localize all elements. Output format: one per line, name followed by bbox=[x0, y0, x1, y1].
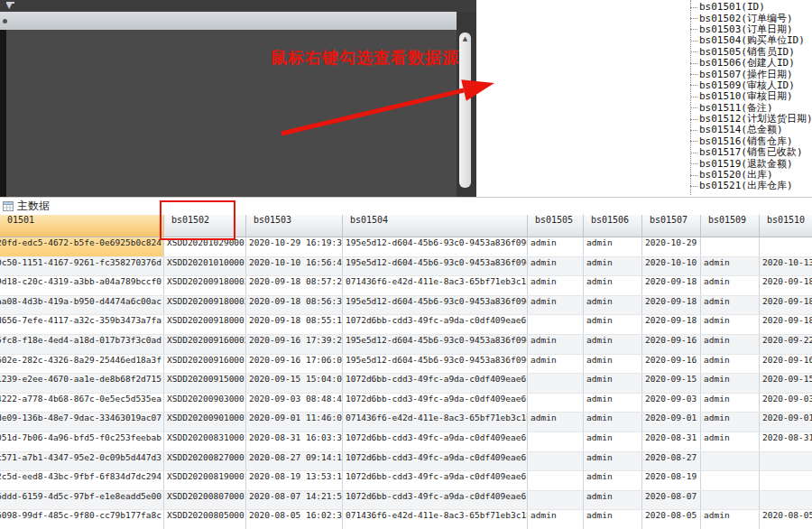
cell[interactable]: admin bbox=[584, 237, 642, 256]
cell[interactable]: admin bbox=[528, 335, 584, 354]
cell[interactable]: 2020-09-01 11:46:03 bbox=[246, 413, 343, 432]
cell[interactable]: 2020-10-29 bbox=[642, 237, 701, 256]
cell[interactable]: XSDD202009010001 bbox=[164, 413, 246, 432]
field-item[interactable]: bs01507(操作日期) bbox=[690, 69, 812, 79]
cell[interactable]: e6d656-7efe-4117-a32c-359b3473a7fa bbox=[0, 315, 164, 334]
cell[interactable] bbox=[528, 394, 584, 413]
cell[interactable]: admin bbox=[701, 257, 760, 276]
cell[interactable]: admin bbox=[584, 471, 642, 490]
cell[interactable]: 1072d6bb-cdd3-49fc-a9da-c0df409eae61 bbox=[343, 452, 528, 471]
cell[interactable]: XSDD202009160002 bbox=[164, 335, 246, 354]
cell[interactable]: XSDD202009180003 bbox=[164, 276, 246, 295]
table-row[interactable]: f3051d-7b06-4a96-bfd5-f0c253feebabXSDD20… bbox=[0, 432, 812, 452]
cell[interactable]: 2020-09-16 bbox=[642, 355, 701, 374]
field-item[interactable]: bs01503(订单日期) bbox=[690, 24, 812, 35]
cell[interactable]: admin bbox=[701, 315, 760, 334]
field-item[interactable]: bs01501(ID) bbox=[690, 2, 812, 13]
cell[interactable] bbox=[528, 471, 584, 490]
cell[interactable]: 195e5d12-d604-45b6-93c0-9453a836f096 bbox=[343, 355, 528, 374]
cell[interactable]: 2020-09-01 bbox=[760, 413, 812, 432]
table-row[interactable]: 61602e-282c-4326-8a29-25446ed18a3fXSDD20… bbox=[0, 355, 812, 375]
cell[interactable]: XSDD202009160001 bbox=[164, 355, 246, 374]
cell[interactable]: admin bbox=[701, 432, 760, 451]
cell[interactable]: admin bbox=[701, 335, 760, 354]
table-row[interactable]: 7c6098-99df-485c-9f80-cc79b177fa8cXSDD20… bbox=[0, 510, 812, 529]
table-row[interactable]: a8de09-136b-48e7-9dac-33463019ac07XSDD20… bbox=[0, 413, 812, 432]
cell[interactable]: 2020-09-18 08:57:29 bbox=[246, 276, 343, 295]
cell[interactable]: 2020-09-15 15:04:00 bbox=[246, 374, 343, 393]
cell[interactable]: admin bbox=[584, 374, 642, 393]
vertical-scrollbar[interactable]: ▲ bbox=[457, 12, 476, 197]
cell[interactable]: 2020-09-16 17:39:21 bbox=[246, 335, 343, 354]
cell[interactable]: admin bbox=[584, 413, 642, 432]
cell[interactable]: 2020-09-22 bbox=[760, 335, 812, 354]
cell[interactable]: admin bbox=[528, 237, 584, 256]
cell[interactable]: 2020-09-18 08:56:38 bbox=[246, 296, 343, 315]
column-header[interactable]: bs01503 bbox=[246, 215, 343, 237]
cell[interactable]: admin bbox=[701, 394, 760, 413]
field-item[interactable]: bs01506(创建人ID) bbox=[690, 58, 812, 69]
preview-tab-label[interactable]: 主数据 bbox=[17, 199, 50, 214]
column-header[interactable]: bs01506 bbox=[584, 215, 642, 237]
cell[interactable]: 195e5d12-d604-45b6-93c0-9453a836f096 bbox=[343, 237, 528, 256]
cell[interactable]: 2020-08-05 bbox=[760, 510, 812, 529]
cell[interactable]: XSDD202009030001 bbox=[164, 394, 246, 413]
cell[interactable]: admin bbox=[701, 374, 760, 393]
cell[interactable] bbox=[760, 452, 812, 471]
cell[interactable]: XSDD202008190001 bbox=[164, 471, 246, 490]
cell[interactable]: admin bbox=[584, 394, 642, 413]
cell[interactable]: 2020-09-18 bbox=[760, 296, 812, 315]
cell[interactable] bbox=[528, 452, 584, 471]
table-row[interactable]: fb0c50-1151-4167-9261-fc358270376dXSDD20… bbox=[0, 257, 812, 277]
cell[interactable]: fb0c50-1151-4167-9261-fc358270376d bbox=[0, 257, 164, 276]
cell[interactable]: 195e5d12-d604-45b6-93c0-9453a836f096 bbox=[343, 335, 528, 354]
cell[interactable] bbox=[701, 237, 760, 256]
cell[interactable]: 2020-08-05 16:02:31 bbox=[246, 510, 343, 529]
cell[interactable]: XSDD202009180001 bbox=[164, 315, 246, 334]
column-header[interactable]: bs01505 bbox=[528, 215, 584, 237]
cell[interactable]: 1072d6bb-cdd3-49fc-a9da-c0df409eae61 bbox=[343, 394, 528, 413]
field-item[interactable]: bs01516(销售仓库) bbox=[690, 136, 812, 147]
cell[interactable]: 2020-08-05 bbox=[642, 510, 701, 529]
cell[interactable]: 2020-08-31 bbox=[760, 432, 812, 451]
cell[interactable]: 2020-09-15 bbox=[642, 374, 701, 393]
cell[interactable]: admin bbox=[584, 355, 642, 374]
cell[interactable]: e66ddd-6159-4d5c-97bf-e1e8eadd5e00 bbox=[0, 491, 164, 510]
cell[interactable]: 2020-08-19 13:53:13 bbox=[246, 471, 343, 490]
field-item[interactable]: bs01519(退款金额) bbox=[690, 158, 812, 169]
cell[interactable]: 195e5d12-d604-45b6-93c0-9453a836f096 bbox=[343, 296, 528, 315]
cell[interactable]: 2020-08-27 09:14:15 bbox=[246, 452, 343, 471]
cell[interactable]: 2020-10-10 16:56:47 bbox=[246, 257, 343, 276]
scroll-up-icon[interactable]: ▲ bbox=[459, 32, 471, 45]
field-item[interactable]: bs01512(计划送货日期) bbox=[690, 114, 812, 125]
cell[interactable]: XSDD202009180002 bbox=[164, 296, 246, 315]
cell[interactable]: XSDD202010290001 bbox=[164, 237, 246, 256]
table-row[interactable]: c04222-a778-4b68-867c-0e5ec5d535eaXSDD20… bbox=[0, 394, 812, 413]
cell[interactable]: e85fc8-f18e-4ed4-a18d-017b73f3c0ad bbox=[0, 335, 164, 354]
cell[interactable]: 2020-08-07 bbox=[642, 491, 701, 510]
cell[interactable]: f3051d-7b06-4a96-bfd5-f0c253feebab bbox=[0, 432, 164, 451]
cell[interactable]: XSDD202010100001 bbox=[164, 257, 246, 276]
cell[interactable]: ec20fd-edc5-4672-b5fe-0e6925b0c824 bbox=[0, 237, 164, 256]
field-item[interactable]: bs01510(审核日期) bbox=[690, 91, 812, 102]
cell[interactable]: 2020-09-18 bbox=[642, 315, 701, 334]
cell[interactable]: 2020-09-16 bbox=[642, 335, 701, 354]
cell[interactable]: admin bbox=[528, 355, 584, 374]
cell[interactable]: 2020-09-18 08:55:11 bbox=[246, 315, 343, 334]
cell[interactable]: 1072d6bb-cdd3-49fc-a9da-c0df409eae61 bbox=[343, 374, 528, 393]
cell[interactable]: admin bbox=[701, 276, 760, 295]
cell[interactable]: admin bbox=[584, 276, 642, 295]
cell[interactable]: 2020-09-18 bbox=[642, 276, 701, 295]
cell[interactable]: XSDD202008270001 bbox=[164, 452, 246, 471]
cell[interactable]: admin bbox=[584, 257, 642, 276]
cell[interactable]: 2020-10-13 bbox=[760, 257, 812, 276]
table-row[interactable]: 0c571-a7b1-4347-95e2-0c09b5d447d3XSDD202… bbox=[0, 452, 812, 472]
column-header[interactable]: bs01504 bbox=[343, 215, 528, 237]
cell[interactable]: admin bbox=[528, 296, 584, 315]
cell[interactable]: admin bbox=[584, 510, 642, 529]
field-item[interactable]: bs01517(销售已收款) bbox=[690, 147, 812, 158]
cell[interactable]: 2020-08-07 14:21:55 bbox=[246, 491, 343, 510]
cell[interactable]: 2020-09-18 bbox=[760, 315, 812, 334]
table-row[interactable]: f29d18-c20c-4319-a3bb-a04a789bccf0XSDD20… bbox=[0, 276, 812, 296]
cell[interactable]: 1072d6bb-cdd3-49fc-a9da-c0df409eae61 bbox=[343, 315, 528, 334]
